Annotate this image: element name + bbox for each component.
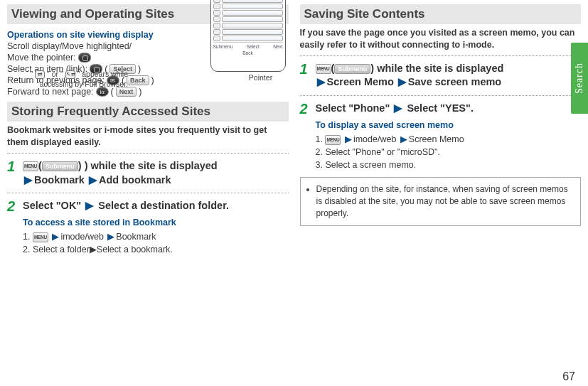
paren: ) [151,75,154,85]
center-key-icon [90,64,102,74]
triangle-icon: ▶ [317,76,326,87]
step-number: 2 [300,102,311,116]
paren: ) [139,87,141,97]
operations-heading: Operations on site viewing display [7,30,210,40]
triangle-icon: ▶ [398,76,407,87]
step-text: Select "Phone" [316,102,390,114]
small-step-text: 3. Select a screen memo. [316,160,417,170]
phone-list [213,0,283,41]
step-text: Save screen memo [408,76,501,87]
step-text: Screen Memo [327,76,394,87]
paren: ) [138,64,141,74]
divider [7,153,289,154]
small-step-text: Bookmark [116,232,156,242]
step-text: Select a destination folder. [98,200,229,211]
step-text: ) while the site is displayed [85,160,218,171]
saving-intro: If you save the page once you visited as… [300,27,582,51]
storing-small-steps: 1. MENU ▶imode/web ▶Bookmark 2. Select a… [23,230,289,256]
step-text: Bookmark [34,174,85,186]
side-tab-search: Search [571,43,588,114]
left-column: Viewing and Operating Sites Operations o… [7,3,289,355]
softkey-label: Next [273,44,282,49]
saving-step-1: 1 MENU(Submenu) while the site is displa… [300,62,582,90]
phone-softkeys-row2: Back [213,49,283,55]
triangle-icon: ▶ [345,134,352,144]
triangle-icon: ▶ [24,174,33,186]
triangle-icon: ▶ [89,174,97,186]
saving-step-2: 2 Select "Phone" ▶ Select "YES". [300,102,582,116]
page-number: 67 [562,370,575,383]
step-number: 1 [300,62,311,90]
step-text: Select "YES". [407,102,474,114]
divider [300,95,582,96]
small-step-text: Screen Memo [409,134,464,144]
page-content: Viewing and Operating Sites Operations o… [0,0,588,363]
step-text: ) while the site is displayed [370,63,503,74]
side-tab-label: Search [574,63,585,94]
triangle-icon: ▶ [394,102,402,114]
pointer-caption: Pointer [233,73,289,82]
saving-small-steps: 1. MENU ▶imode/web ▶Screen Memo 2. Selec… [316,133,582,171]
step-text: Add bookmark [99,174,171,186]
storing-step-2: 2 Select "OK" ▶ Select a destination fol… [7,199,289,213]
right-column: Saving Site Contents If you save the pag… [300,3,582,355]
step-number: 1 [7,159,18,187]
note-box: Depending on the site, for instance, whe… [300,177,582,225]
storing-step-1: 1 MENU(Submenu) ) while the site is disp… [7,159,289,187]
section-title-storing: Storing Frequently Accessed Sites [7,102,289,122]
fullbrowser-arrow-glyph-icon: ↖⇄ [65,70,75,79]
divider [300,55,582,56]
section-title-saving: Saving Site Contents [300,4,582,24]
triangle-icon: ▶ [107,232,114,242]
menu-key-icon: MENU [325,135,341,145]
note-text: Depending on the site, for instance, whe… [316,183,575,219]
fullbrowser-glyph-icon: ⇄ [35,70,45,79]
submenu-softkey-icon: Submenu [334,64,370,74]
storing-sub-heading: To access a site stored in Bookmark [23,218,289,227]
small-step-text: imode/web [353,134,396,144]
op-line-pointer: Move the pointer: [7,53,210,63]
softkey-label: Select [247,44,260,49]
triangle-icon: ▶ [400,134,407,144]
small-step-text: 2. Select a folder▶Select a bookmark. [23,245,173,254]
nav-pad-icon [78,53,91,63]
op-text: Move the pointer: [7,53,76,63]
divider [7,193,289,193]
back-softkey-icon: Back [127,75,149,85]
softkey-label: Back [242,50,252,55]
op-text: Scroll display/Move highlighted/ [7,41,132,51]
triangle-icon: ▶ [85,200,94,211]
op-line-scroll: Scroll display/Move highlighted/ [7,41,210,51]
triangle-icon: ▶ [52,232,59,242]
saving-sub-heading: To display a saved screen memo [316,120,582,130]
menu-key-icon: MENU [33,232,48,242]
menu-key-icon: MENU [316,64,331,74]
step-number: 2 [7,199,18,213]
storing-intro: Bookmark websites or i-mode sites you fr… [7,124,289,149]
menu-key-icon: MENU [23,161,38,171]
full-browser-caption: " ⇄ " or " ↖⇄ " appears while accessing … [7,70,128,89]
softkey-label: Submenu [213,44,233,49]
small-step-text: imode/web [60,232,103,242]
phone-screenshot: Weather Forecast ××××××××××× △△△△△ ↖ [210,0,289,82]
submenu-softkey-icon: Submenu [42,161,78,171]
small-step-text: 2. Select "Phone" or "microSD". [316,147,440,157]
phone-softkeys: Submenu Select Next [213,42,283,49]
step-text: Select "OK" [23,200,81,211]
